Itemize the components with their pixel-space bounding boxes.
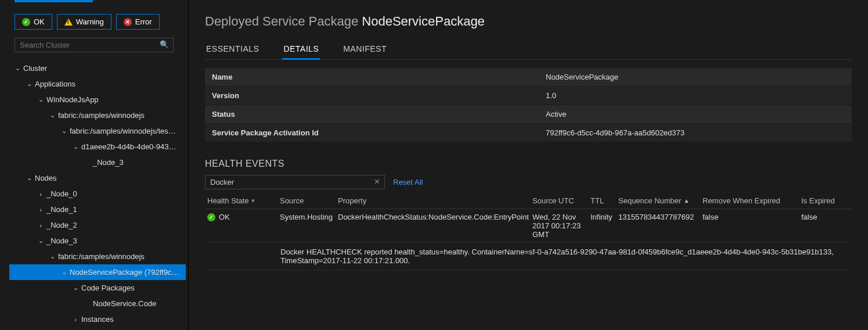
sidebar: ✓ OK Warning ✕ Error 🔍 ⌄Cluster ⌄Applica… [0, 0, 189, 330]
filter-warning-label: Warning [76, 17, 104, 26]
health-events-filter-input[interactable] [205, 175, 385, 189]
tree-node-3-svc[interactable]: ⌄fabric:/samples/winnodejs [9, 249, 186, 264]
search-icon: 🔍 [160, 40, 169, 49]
table-row-detail: Docker HEALTHCHECK reported health_statu… [205, 243, 852, 270]
kv-val-name: NodeServicePackage [546, 73, 618, 81]
table-header: Health State▾ Source Property Source UTC… [205, 193, 852, 209]
kv-row-name: Name NodeServicePackage [205, 68, 852, 87]
col-expired[interactable]: Is Expired [801, 196, 849, 205]
tab-bar: ESSENTIALS DETAILS MANIFEST [205, 40, 852, 60]
tab-manifest[interactable]: MANIFEST [342, 40, 388, 59]
search-cluster-wrap: 🔍 [15, 38, 174, 52]
chevron-right-icon: › [72, 316, 79, 323]
tree-app[interactable]: ⌄WinNodeJsApp [9, 92, 186, 107]
kv-val-version: 1.0 [546, 91, 556, 100]
chevron-right-icon: › [37, 206, 44, 213]
cell-health-state: ✓ OK [207, 213, 280, 221]
kv-key-status: Status [212, 110, 546, 119]
filter-warning-button[interactable]: Warning [57, 14, 111, 30]
tab-details[interactable]: DETAILS [282, 40, 320, 59]
cell-expired: false [801, 213, 849, 221]
tree-nodes[interactable]: ⌄Nodes [9, 170, 186, 186]
health-events-filter-wrap: ✕ [205, 175, 385, 189]
col-property[interactable]: Property [338, 196, 532, 205]
chevron-down-icon: ⌄ [72, 284, 79, 292]
error-icon: ✕ [124, 18, 132, 26]
cell-source-utc: Wed, 22 Nov 2017 00:17:23 GMT [532, 213, 590, 239]
tree-cluster[interactable]: ⌄Cluster [9, 60, 186, 76]
filter-error-label: Error [135, 17, 152, 26]
health-events-table: Health State▾ Source Property Source UTC… [205, 193, 852, 270]
cell-ttl: Infinity [590, 213, 618, 221]
warning-icon [64, 19, 73, 26]
chevron-down-icon: ⌄ [60, 127, 67, 135]
tree-instances[interactable]: ›Instances [9, 311, 186, 327]
col-remove[interactable]: Remove When Expired [703, 196, 801, 205]
chevron-down-icon: ⌄ [26, 174, 33, 182]
sort-asc-icon: ▲ [683, 198, 689, 204]
chevron-down-icon: ⌄ [60, 268, 67, 276]
kv-row-status: Status Active [205, 105, 852, 124]
main-content: Deployed Service Package NodeServicePack… [189, 0, 868, 330]
filter-ok-button[interactable]: ✓ OK [15, 14, 52, 30]
filter-error-button[interactable]: ✕ Error [116, 14, 160, 30]
search-cluster-input[interactable] [15, 38, 174, 52]
tab-essentials[interactable]: ESSENTIALS [205, 40, 260, 59]
kv-val-spai: 792ff9c6-d5cc-4d9b-967a-aa5d602ed373 [546, 128, 685, 137]
chevron-down-icon: ⌄ [26, 80, 33, 88]
health-events-heading: HEALTH EVENTS [205, 159, 852, 169]
kv-row-version: Version 1.0 [205, 87, 852, 105]
tree-node-3-pkg[interactable]: ⌄NodeServicePackage (792ff9c… [9, 264, 186, 280]
tree-code-package[interactable]: NodeService.Code [9, 296, 186, 311]
clear-icon[interactable]: ✕ [374, 177, 380, 186]
reset-all-link[interactable]: Reset All [393, 178, 423, 186]
tree-code-packages[interactable]: ⌄Code Packages [9, 280, 186, 296]
chevron-down-icon: ⌄ [72, 143, 79, 150]
chevron-down-icon: ⌄ [14, 64, 21, 72]
cell-seq: 131557834437787692 [618, 213, 703, 221]
col-health-state[interactable]: Health State▾ [207, 196, 280, 205]
chevron-down-icon: ⌄ [49, 112, 56, 119]
tree-replica[interactable]: ⌄d1aeee2b-4d4b-4de0-943… [9, 139, 186, 155]
page-title-name: NodeServicePackage [362, 14, 485, 28]
col-ttl[interactable]: TTL [590, 196, 618, 205]
tree-node-3[interactable]: ⌄_Node_3 [9, 233, 186, 249]
kv-val-status: Active [546, 110, 566, 119]
kv-row-spai: Service Package Activation Id 792ff9c6-d… [205, 124, 852, 142]
tree-node-2[interactable]: ›_Node_2 [9, 217, 186, 233]
cell-remove: false [703, 213, 801, 221]
table-row[interactable]: ✓ OK System.Hosting DockerHealthCheckSta… [205, 209, 852, 243]
tree-node-0[interactable]: ›_Node_0 [9, 186, 186, 202]
chevron-down-icon: ⌄ [37, 96, 44, 103]
filter-icon: ▾ [251, 197, 255, 205]
col-seq[interactable]: Sequence Number ▲ [618, 196, 703, 205]
filter-ok-label: OK [34, 17, 45, 26]
page-title-prefix: Deployed Service Package [205, 14, 358, 28]
tree-partition[interactable]: ⌄fabric:/samples/winnodejs/tes… [9, 123, 186, 139]
nav-tree: ⌄Cluster ⌄Applications ⌄WinNodeJsApp ⌄fa… [0, 58, 188, 330]
kv-key-version: Version [212, 91, 546, 100]
chevron-right-icon: › [37, 222, 44, 229]
ok-icon: ✓ [22, 18, 30, 26]
cell-property: DockerHealthCheckStatus:NodeService.Code… [338, 213, 532, 221]
chevron-down-icon: ⌄ [49, 253, 56, 260]
status-filter-bar: ✓ OK Warning ✕ Error [0, 8, 188, 38]
cell-source: System.Hosting [280, 213, 338, 221]
health-events-filter-row: ✕ Reset All [205, 175, 852, 189]
tree-service[interactable]: ⌄fabric:/samples/winnodejs [9, 107, 186, 123]
kv-key-spai: Service Package Activation Id [212, 128, 546, 137]
kv-key-name: Name [212, 73, 546, 81]
col-source-utc[interactable]: Source UTC [532, 196, 590, 205]
page-title: Deployed Service Package NodeServicePack… [205, 14, 852, 29]
chevron-down-icon: ⌄ [37, 237, 44, 245]
accent-bar [15, 0, 93, 2]
tree-node-1[interactable]: ›_Node_1 [9, 202, 186, 217]
details-table: Name NodeServicePackage Version 1.0 Stat… [205, 68, 852, 142]
tree-applications[interactable]: ⌄Applications [9, 76, 186, 92]
ok-icon: ✓ [207, 213, 215, 221]
chevron-right-icon: › [37, 191, 44, 198]
col-source[interactable]: Source [280, 196, 338, 205]
tree-replica-node[interactable]: _Node_3 [9, 155, 186, 170]
